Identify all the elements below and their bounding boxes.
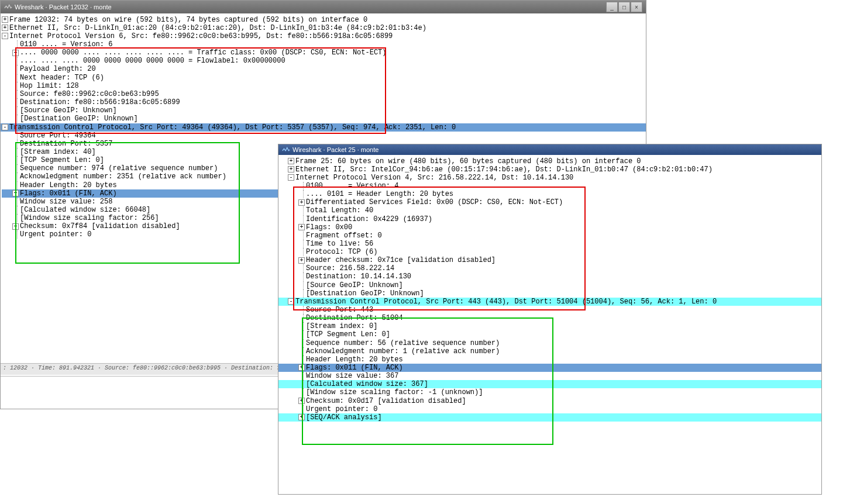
wireshark-icon <box>4 3 12 11</box>
maximize-button[interactable]: □ <box>618 2 630 12</box>
expand-icon[interactable]: + <box>298 364 305 371</box>
ipv4-destination[interactable]: Destination: 10.14.14.130 <box>280 272 820 281</box>
close-button[interactable]: × <box>631 2 642 12</box>
tcp-urgent-pointer[interactable]: Urgent pointer: 0 <box>280 405 820 413</box>
ethernet-summary[interactable]: +Ethernet II, Src: IntelCor_94:b6:ae (00… <box>280 165 820 174</box>
ipv6-source-geoip[interactable]: [Source GeoIP: Unknown] <box>2 106 645 115</box>
wireshark-icon <box>282 146 290 154</box>
packet-tree-2[interactable]: +Frame 25: 60 bytes on wire (480 bits), … <box>278 155 821 492</box>
expand-icon[interactable]: + <box>298 199 305 206</box>
expand-icon[interactable]: + <box>298 414 305 420</box>
expand-icon[interactable]: + <box>12 190 19 196</box>
ipv4-summary[interactable]: -Internet Protocol Version 4, Src: 216.5… <box>280 174 820 182</box>
ipv6-version[interactable]: 0110 .... = Version: 6 <box>2 40 645 49</box>
expand-icon[interactable]: + <box>12 50 19 56</box>
titlebar-1[interactable]: Wireshark · Packet 12032 · monte _ □ × <box>1 1 646 13</box>
tcp-calc-window-size[interactable]: [Calculated window size: 367] <box>278 380 821 388</box>
collapse-icon[interactable]: - <box>2 33 8 39</box>
ipv4-fragment-offset[interactable]: Fragment offset: 0 <box>280 232 820 240</box>
collapse-icon[interactable]: - <box>288 298 294 305</box>
tcp-ack-number[interactable]: Acknowledgment number: 1 (relative ack n… <box>280 347 820 355</box>
ipv6-next-header[interactable]: Next header: TCP (6) <box>2 74 645 82</box>
expand-icon[interactable]: + <box>288 158 294 164</box>
tcp-dest-port[interactable]: Destination Port: 51004 <box>280 314 820 322</box>
tcp-segment-len[interactable]: [TCP Segment Len: 0] <box>280 330 820 339</box>
tcp-source-port[interactable]: Source Port: 443 <box>280 306 820 314</box>
tcp-checksum[interactable]: +Checksum: 0x0d17 [validation disabled] <box>280 397 820 405</box>
titlebar-2[interactable]: Wireshark · Packet 25 · monte <box>278 144 821 155</box>
ipv6-flowlabel[interactable]: .... .... .... 0000 0000 0000 0000 0000 … <box>2 57 645 65</box>
minimize-button[interactable]: _ <box>606 2 618 12</box>
ipv6-destination[interactable]: Destination: fe80::b566:918a:6c05:6899 <box>2 98 645 106</box>
expand-icon[interactable]: + <box>2 16 8 23</box>
ipv4-protocol[interactable]: Protocol: TCP (6) <box>280 248 820 256</box>
ipv4-identification[interactable]: Identification: 0x4229 (16937) <box>280 215 820 223</box>
ipv6-summary[interactable]: -Internet Protocol Version 6, Src: fe80:… <box>2 32 645 40</box>
expand-icon[interactable]: + <box>298 257 305 264</box>
wireshark-window-2[interactable]: Wireshark · Packet 25 · monte +Frame 25:… <box>278 144 822 495</box>
ipv4-source[interactable]: Source: 216.58.222.14 <box>280 264 820 272</box>
tcp-window-size[interactable]: Window size value: 367 <box>280 372 820 380</box>
ipv6-payload-length[interactable]: Payload length: 20 <box>2 65 645 73</box>
expand-icon[interactable]: + <box>288 166 294 172</box>
ipv4-source-geoip[interactable]: [Source GeoIP: Unknown] <box>280 281 820 289</box>
tcp-summary[interactable]: -Transmission Control Protocol, Src Port… <box>278 298 821 306</box>
ethernet-summary[interactable]: +Ethernet II, Src: D-LinkIn_01:ac:20 (84… <box>2 24 645 32</box>
expand-icon[interactable]: + <box>2 25 8 31</box>
tcp-seq-ack-analysis[interactable]: +[SEQ/ACK analysis] <box>278 413 821 422</box>
tcp-seq-number[interactable]: Sequence number: 56 (relative sequence n… <box>280 339 820 347</box>
frame-summary[interactable]: +Frame 12032: 74 bytes on wire (592 bits… <box>2 16 645 24</box>
tcp-window-scaling[interactable]: [Window size scaling factor: -1 (unknown… <box>280 388 820 396</box>
tcp-stream-index[interactable]: [Stream index: 0] <box>280 322 820 330</box>
ipv4-ttl[interactable]: Time to live: 56 <box>280 240 820 248</box>
tcp-source-port[interactable]: Source Port: 49364 <box>2 132 645 140</box>
ipv4-dest-geoip[interactable]: [Destination GeoIP: Unknown] <box>280 289 820 298</box>
expand-icon[interactable]: + <box>298 224 305 230</box>
ipv4-version[interactable]: 0100 .... = Version: 4 <box>280 182 820 190</box>
ipv4-checksum[interactable]: +Header checksum: 0x71ce [validation dis… <box>280 256 820 264</box>
tcp-flags[interactable]: +Flags: 0x011 (FIN, ACK) <box>278 364 821 372</box>
collapse-icon[interactable]: - <box>2 124 8 130</box>
expand-icon[interactable]: + <box>12 223 19 230</box>
tcp-summary[interactable]: -Transmission Control Protocol, Src Port… <box>1 123 646 132</box>
ipv4-flags[interactable]: +Flags: 0x00 <box>280 223 820 232</box>
ipv6-hop-limit[interactable]: Hop limit: 128 <box>2 82 645 90</box>
ipv4-dsf[interactable]: +Differentiated Services Field: 0x00 (DS… <box>280 198 820 206</box>
expand-icon[interactable]: + <box>298 398 305 404</box>
tcp-header-length[interactable]: Header Length: 20 bytes <box>280 355 820 364</box>
ipv4-total-length[interactable]: Total Length: 40 <box>280 206 820 215</box>
ipv6-dest-geoip[interactable]: [Destination GeoIP: Unknown] <box>2 115 645 123</box>
collapse-icon[interactable]: - <box>288 174 294 181</box>
ipv4-header-length[interactable]: .... 0101 = Header Length: 20 bytes <box>280 190 820 198</box>
frame-summary[interactable]: +Frame 25: 60 bytes on wire (480 bits), … <box>280 157 820 165</box>
window-controls-1: _ □ × <box>606 2 642 12</box>
ipv6-traffic-class[interactable]: +.... 0000 0000 .... .... .... .... ....… <box>2 49 645 57</box>
ipv6-source[interactable]: Source: fe80::9962:c0c0:be63:b995 <box>2 90 645 98</box>
window-title-2: Wireshark · Packet 25 · monte <box>293 146 379 153</box>
window-title-1: Wireshark · Packet 12032 · monte <box>15 4 112 11</box>
